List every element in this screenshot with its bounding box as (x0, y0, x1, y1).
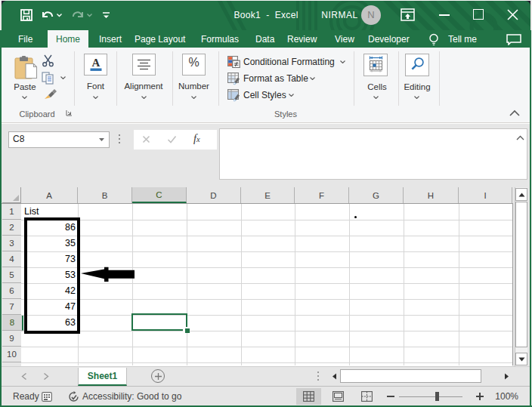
svg-text:A: A (92, 57, 101, 69)
